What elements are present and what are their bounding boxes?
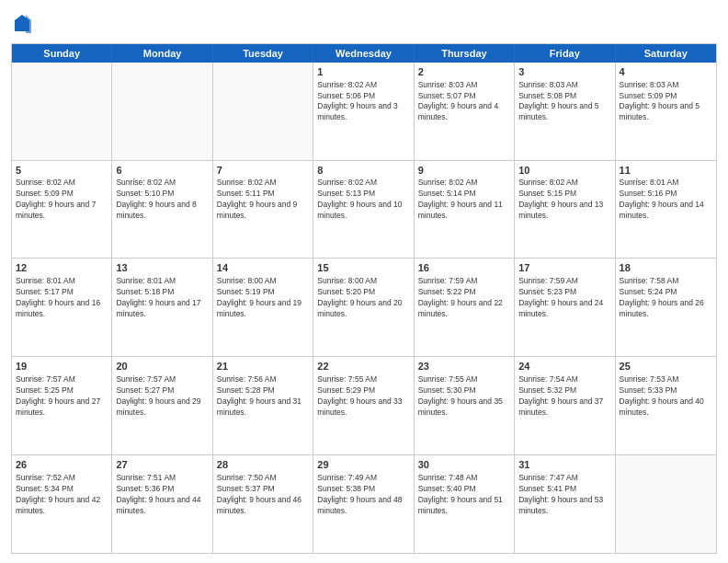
calendar-cell: 1Sunrise: 8:02 AMSunset: 5:06 PMDaylight… (313, 63, 414, 160)
day-info: Sunrise: 7:50 AMSunset: 5:37 PMDaylight:… (217, 473, 309, 517)
day-info: Sunrise: 8:03 AMSunset: 5:09 PMDaylight:… (620, 80, 712, 124)
day-number: 11 (620, 164, 712, 178)
day-number: 2 (418, 65, 510, 79)
header-day-thursday: Thursday (415, 44, 515, 63)
day-info: Sunrise: 7:52 AMSunset: 5:34 PMDaylight:… (16, 473, 108, 517)
day-info: Sunrise: 8:02 AMSunset: 5:10 PMDaylight:… (116, 178, 208, 222)
logo (11, 13, 31, 38)
calendar-week-2: 5Sunrise: 8:02 AMSunset: 5:09 PMDaylight… (12, 160, 716, 259)
day-info: Sunrise: 7:48 AMSunset: 5:40 PMDaylight:… (418, 473, 510, 517)
day-info: Sunrise: 7:51 AMSunset: 5:36 PMDaylight:… (116, 473, 208, 517)
day-info: Sunrise: 8:03 AMSunset: 5:07 PMDaylight:… (418, 80, 510, 124)
calendar-cell: 27Sunrise: 7:51 AMSunset: 5:36 PMDayligh… (112, 455, 212, 553)
calendar-cell: 23Sunrise: 7:55 AMSunset: 5:30 PMDayligh… (415, 357, 515, 454)
calendar-cell: 9Sunrise: 8:02 AMSunset: 5:14 PMDaylight… (415, 161, 515, 259)
day-number: 5 (16, 164, 108, 178)
day-number: 17 (518, 261, 610, 275)
calendar-cell: 12Sunrise: 8:01 AMSunset: 5:17 PMDayligh… (12, 259, 112, 356)
day-info: Sunrise: 7:53 AMSunset: 5:33 PMDaylight:… (620, 374, 712, 419)
logo-icon (13, 13, 31, 33)
header-day-monday: Monday (112, 44, 212, 63)
day-number: 6 (116, 164, 208, 178)
calendar-cell: 16Sunrise: 7:59 AMSunset: 5:22 PMDayligh… (415, 259, 515, 356)
calendar-cell: 2Sunrise: 8:03 AMSunset: 5:07 PMDaylight… (415, 63, 515, 160)
day-number: 23 (418, 360, 510, 373)
calendar-week-5: 26Sunrise: 7:52 AMSunset: 5:34 PMDayligh… (12, 454, 716, 553)
calendar-week-3: 12Sunrise: 8:01 AMSunset: 5:17 PMDayligh… (12, 258, 716, 356)
day-number: 20 (116, 360, 208, 373)
calendar-week-4: 19Sunrise: 7:57 AMSunset: 5:25 PMDayligh… (12, 356, 716, 454)
day-number: 14 (217, 261, 309, 275)
calendar-cell: 26Sunrise: 7:52 AMSunset: 5:34 PMDayligh… (12, 455, 112, 553)
calendar-cell: 13Sunrise: 8:01 AMSunset: 5:18 PMDayligh… (112, 259, 212, 356)
day-info: Sunrise: 8:02 AMSunset: 5:06 PMDaylight:… (317, 80, 409, 124)
day-number: 21 (217, 360, 309, 373)
day-number: 28 (217, 458, 309, 472)
header-day-wednesday: Wednesday (313, 44, 414, 63)
header-day-saturday: Saturday (616, 44, 716, 63)
day-number: 31 (518, 458, 610, 472)
calendar-cell: 6Sunrise: 8:02 AMSunset: 5:10 PMDaylight… (112, 161, 212, 259)
calendar: SundayMondayTuesdayWednesdayThursdayFrid… (11, 43, 717, 554)
day-number: 29 (317, 458, 409, 472)
day-info: Sunrise: 7:56 AMSunset: 5:28 PMDaylight:… (217, 374, 309, 419)
day-info: Sunrise: 7:57 AMSunset: 5:25 PMDaylight:… (16, 374, 108, 419)
day-info: Sunrise: 8:02 AMSunset: 5:09 PMDaylight:… (16, 178, 108, 222)
day-number: 30 (418, 458, 510, 472)
calendar-cell: 10Sunrise: 8:02 AMSunset: 5:15 PMDayligh… (515, 161, 615, 259)
calendar-cell: 5Sunrise: 8:02 AMSunset: 5:09 PMDaylight… (12, 161, 112, 259)
page: SundayMondayTuesdayWednesdayThursdayFrid… (0, 0, 728, 563)
calendar-cell: 15Sunrise: 8:00 AMSunset: 5:20 PMDayligh… (313, 259, 414, 356)
calendar-week-1: 1Sunrise: 8:02 AMSunset: 5:06 PMDaylight… (12, 63, 716, 160)
header-day-friday: Friday (515, 44, 615, 63)
calendar-cell: 21Sunrise: 7:56 AMSunset: 5:28 PMDayligh… (213, 357, 313, 454)
day-info: Sunrise: 7:49 AMSunset: 5:38 PMDaylight:… (317, 473, 409, 517)
calendar-cell: 3Sunrise: 8:03 AMSunset: 5:08 PMDaylight… (515, 63, 615, 160)
day-number: 12 (16, 261, 108, 275)
calendar-cell: 18Sunrise: 7:58 AMSunset: 5:24 PMDayligh… (616, 259, 716, 356)
day-info: Sunrise: 7:59 AMSunset: 5:23 PMDaylight:… (518, 276, 610, 320)
day-info: Sunrise: 8:02 AMSunset: 5:13 PMDaylight:… (317, 178, 409, 222)
header (11, 9, 717, 38)
day-number: 8 (317, 164, 409, 178)
calendar-cell: 8Sunrise: 8:02 AMSunset: 5:13 PMDaylight… (313, 161, 414, 259)
day-info: Sunrise: 8:00 AMSunset: 5:20 PMDaylight:… (317, 276, 409, 320)
day-info: Sunrise: 7:55 AMSunset: 5:30 PMDaylight:… (418, 374, 510, 419)
calendar-cell (12, 63, 112, 160)
day-info: Sunrise: 7:55 AMSunset: 5:29 PMDaylight:… (317, 374, 409, 419)
calendar-cell (616, 455, 716, 553)
day-number: 26 (16, 458, 108, 472)
calendar-cell: 11Sunrise: 8:01 AMSunset: 5:16 PMDayligh… (616, 161, 716, 259)
day-info: Sunrise: 8:02 AMSunset: 5:14 PMDaylight:… (418, 178, 510, 222)
day-info: Sunrise: 7:47 AMSunset: 5:41 PMDaylight:… (518, 473, 610, 517)
day-number: 18 (620, 261, 712, 275)
day-number: 22 (317, 360, 409, 373)
day-number: 10 (518, 164, 610, 178)
calendar-cell: 22Sunrise: 7:55 AMSunset: 5:29 PMDayligh… (313, 357, 414, 454)
day-info: Sunrise: 8:02 AMSunset: 5:11 PMDaylight:… (217, 178, 309, 222)
calendar-cell: 30Sunrise: 7:48 AMSunset: 5:40 PMDayligh… (415, 455, 515, 553)
calendar-cell: 25Sunrise: 7:53 AMSunset: 5:33 PMDayligh… (616, 357, 716, 454)
day-number: 24 (518, 360, 610, 373)
calendar-cell (112, 63, 212, 160)
calendar-cell: 17Sunrise: 7:59 AMSunset: 5:23 PMDayligh… (515, 259, 615, 356)
header-day-tuesday: Tuesday (213, 44, 313, 63)
day-number: 19 (16, 360, 108, 373)
calendar-cell: 14Sunrise: 8:00 AMSunset: 5:19 PMDayligh… (213, 259, 313, 356)
calendar-cell (213, 63, 313, 160)
day-info: Sunrise: 8:03 AMSunset: 5:08 PMDaylight:… (518, 80, 610, 124)
calendar-cell: 28Sunrise: 7:50 AMSunset: 5:37 PMDayligh… (213, 455, 313, 553)
header-day-sunday: Sunday (12, 44, 112, 63)
day-number: 3 (518, 65, 610, 79)
day-info: Sunrise: 8:01 AMSunset: 5:18 PMDaylight:… (116, 276, 208, 320)
day-number: 4 (620, 65, 712, 79)
calendar-header: SundayMondayTuesdayWednesdayThursdayFrid… (12, 44, 716, 63)
day-info: Sunrise: 7:57 AMSunset: 5:27 PMDaylight:… (116, 374, 208, 419)
day-number: 27 (116, 458, 208, 472)
day-number: 16 (418, 261, 510, 275)
calendar-cell: 31Sunrise: 7:47 AMSunset: 5:41 PMDayligh… (515, 455, 615, 553)
calendar-cell: 29Sunrise: 7:49 AMSunset: 5:38 PMDayligh… (313, 455, 414, 553)
calendar-cell: 24Sunrise: 7:54 AMSunset: 5:32 PMDayligh… (515, 357, 615, 454)
calendar-cell: 7Sunrise: 8:02 AMSunset: 5:11 PMDaylight… (213, 161, 313, 259)
day-number: 25 (620, 360, 712, 373)
